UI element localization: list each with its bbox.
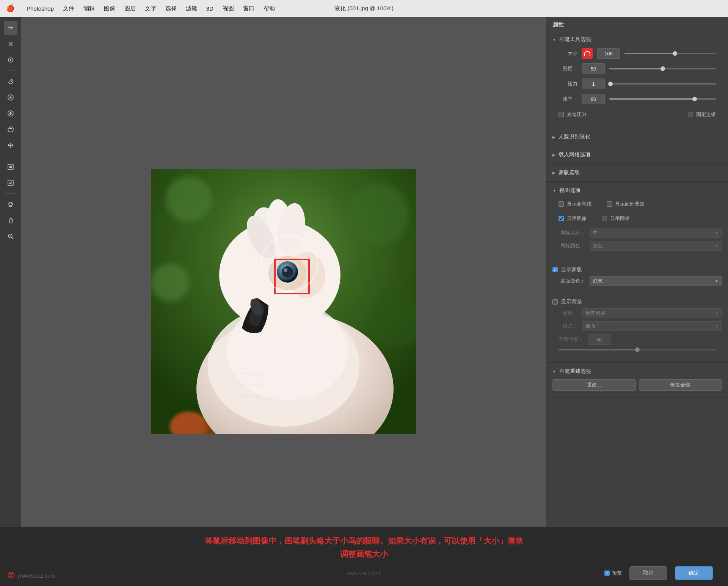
density-row: 密度： — [559, 63, 716, 74]
pressure-slider[interactable] — [609, 80, 716, 87]
instruction-line2: 调整画笔大小 — [340, 550, 388, 558]
show-image-checkbox[interactable]: ✓ — [559, 216, 564, 221]
left-toolbar — [0, 17, 21, 586]
show-mask-label: 显示蒙版 — [561, 266, 582, 273]
svg-point-13 — [348, 184, 409, 245]
menu-window[interactable]: 窗口 — [243, 5, 254, 12]
mask-color-dropdown[interactable]: 红色 ▼ — [590, 276, 722, 286]
density-input[interactable] — [582, 63, 605, 74]
confirm-button[interactable]: 确定 — [675, 566, 713, 580]
menu-text[interactable]: 文字 — [145, 5, 156, 12]
show-grid-row: 显示网格 — [602, 215, 630, 222]
svg-point-12 — [166, 176, 212, 222]
load-mesh-section: ▶ 载入网格选项 — [546, 146, 728, 164]
mode-arrow: ▼ — [715, 324, 719, 328]
brush-header-triangle: ▼ — [552, 38, 556, 42]
cancel-button[interactable]: 取消 — [629, 566, 667, 580]
menu-edit[interactable]: 编辑 — [83, 5, 95, 12]
density-slider[interactable] — [609, 65, 716, 72]
grid-size-label: 网格大小： — [559, 229, 585, 236]
freeze-mask-tool[interactable] — [4, 160, 17, 174]
menu-view[interactable]: 视图 — [223, 5, 234, 12]
size-label: 大小 — [559, 50, 577, 57]
use-dropdown: 所有图层 ▼ — [582, 308, 722, 318]
view-options-header[interactable]: ▼ 视图选项 — [552, 185, 722, 195]
density-label: 密度： — [559, 65, 577, 72]
canvas-area[interactable] — [21, 17, 546, 586]
face-tool[interactable] — [4, 198, 17, 211]
show-guides-label: 显示参考线 — [567, 201, 592, 207]
load-mesh-header[interactable]: ▶ 载入网格选项 — [552, 150, 722, 160]
pen-pressure-row: 光笔压力 — [559, 111, 587, 118]
face-liquify-header[interactable]: ▶ 人脸识别液化 — [552, 132, 722, 142]
app-container: 属性 ▼ 画笔工具选项 大小 — [0, 17, 728, 586]
pucker-tool[interactable] — [4, 91, 17, 104]
restore-all-button[interactable]: 恢复全部 — [639, 379, 722, 391]
bottom-bar: 将鼠标移动到图像中，画笔刷头略大于小鸟的眼睛。如果大小有误，可以使用「大小」滑块… — [0, 527, 728, 586]
show-image-row: ✓ 显示图像 — [559, 215, 587, 222]
show-image-label: 显示图像 — [567, 215, 587, 222]
smooth-tool[interactable] — [4, 53, 17, 67]
window-title: 液化 (001.jpg @ 100%) — [334, 5, 393, 12]
fixed-edge-checkbox[interactable] — [688, 112, 693, 117]
push-left-tool[interactable] — [4, 123, 17, 136]
speed-slider[interactable] — [609, 96, 716, 102]
menu-file[interactable]: 文件 — [63, 5, 74, 12]
show-mask-checkbox[interactable]: ✓ — [552, 267, 558, 272]
speed-input[interactable] — [582, 94, 605, 104]
watermark-text: www.MacZ.com — [17, 573, 55, 579]
menu-filter[interactable]: 滤镜 — [186, 5, 197, 12]
menu-image[interactable]: 图像 — [104, 5, 115, 12]
forward-warp-tool[interactable] — [4, 21, 17, 35]
brush-options-header[interactable]: ▼ 画笔工具选项 — [552, 35, 722, 44]
mask-display-section: ✓ 显示蒙版 蒙版颜色： 红色 ▼ — [546, 258, 728, 290]
size-row: 大小 — [559, 48, 716, 59]
show-overlay-label: 显示面部叠加 — [615, 201, 645, 207]
twirl-tool[interactable] — [4, 75, 17, 88]
fixed-edge-label: 固定边缘 — [696, 111, 716, 118]
menu-3d[interactable]: 3D — [206, 5, 213, 12]
speed-label: 速率： — [559, 96, 577, 102]
bloat-tool[interactable] — [4, 107, 17, 120]
svg-point-8 — [9, 203, 10, 204]
use-value: 所有图层 — [585, 310, 605, 317]
size-input[interactable] — [597, 48, 620, 59]
grid-color-label: 网格颜色： — [559, 242, 585, 249]
z-logo: Ⓩ — [8, 572, 14, 579]
size-icon — [584, 51, 590, 56]
mask-header-triangle: ▶ — [552, 171, 555, 175]
zoom-tool[interactable] — [4, 229, 17, 243]
svg-rect-6 — [8, 180, 13, 185]
show-grid-checkbox[interactable] — [602, 216, 607, 221]
preview-checkbox[interactable]: ✓ — [604, 570, 610, 576]
panel-title: 属性 — [546, 17, 728, 31]
rebuild-button[interactable]: 重建... — [552, 379, 636, 391]
apple-logo-icon[interactable]: 🍎 — [6, 4, 14, 13]
menu-photoshop[interactable]: Photoshop — [27, 5, 54, 12]
menu-layer[interactable]: 图层 — [124, 5, 136, 12]
show-background-checkbox[interactable] — [552, 299, 558, 305]
show-background-row: 显示背景 — [552, 298, 722, 305]
reconstruct-tool[interactable] — [4, 37, 17, 51]
svg-point-32 — [284, 268, 287, 272]
grid-color-value: 灰色 — [593, 242, 603, 249]
mask-header-label: 蒙版选项 — [559, 169, 580, 176]
pressure-input[interactable] — [582, 79, 605, 89]
menu-select[interactable]: 选择 — [165, 5, 177, 12]
brush-reconstruct-section: ▼ 画笔重建选项 重建... 恢复全部 — [546, 363, 728, 398]
hand-tool[interactable] — [4, 214, 17, 227]
mode-value: 前面 — [585, 323, 595, 330]
show-overlay-checkbox[interactable] — [607, 201, 612, 207]
mask-options-header[interactable]: ▶ 蒙版选项 — [552, 168, 722, 178]
brush-reconstruct-header[interactable]: ▼ 画笔重建选项 — [552, 366, 722, 376]
thaw-mask-tool[interactable] — [4, 176, 17, 190]
size-slider[interactable] — [624, 50, 716, 57]
mirror-tool[interactable] — [4, 138, 17, 152]
show-guides-checkbox[interactable] — [559, 201, 564, 207]
size-icon-button[interactable] — [582, 48, 593, 59]
view-options-section: ▼ 视图选项 显示参考线 显示面部叠加 ✓ — [546, 182, 728, 258]
brush-options-body: 大小 密度： — [552, 44, 722, 124]
menu-help[interactable]: 帮助 — [264, 5, 275, 12]
pen-pressure-checkbox[interactable] — [559, 112, 564, 117]
mask-color-arrow: ▼ — [715, 279, 719, 283]
